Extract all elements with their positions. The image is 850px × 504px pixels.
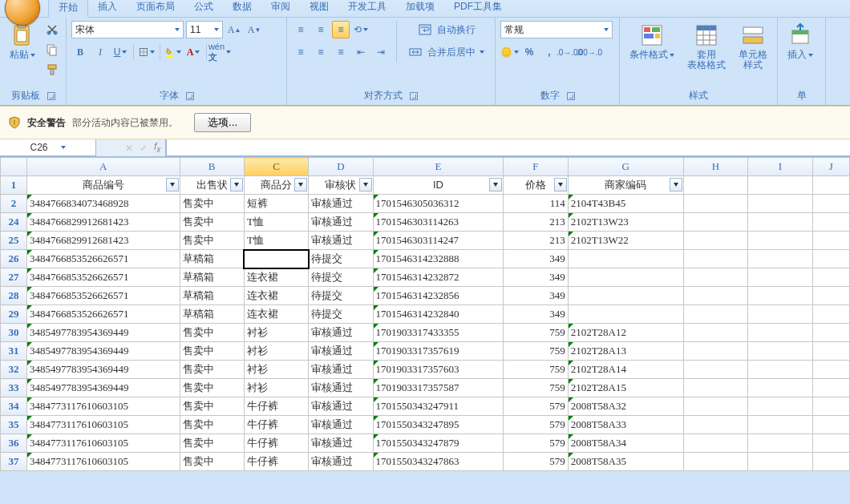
- orientation-button[interactable]: ⟲: [352, 21, 370, 38]
- cell-B34[interactable]: 售卖中: [180, 397, 244, 416]
- cell-E25[interactable]: 1701546303114247: [373, 232, 504, 250]
- wrap-text-button[interactable]: 自动换行: [403, 21, 490, 38]
- align-right-button[interactable]: ≡: [332, 43, 350, 61]
- cell-A26[interactable]: 3484766853526626571: [26, 250, 180, 268]
- filter-button-B[interactable]: [230, 178, 243, 192]
- paste-button[interactable]: 粘贴: [5, 21, 40, 62]
- cell-C25[interactable]: T恤: [244, 232, 308, 250]
- align-dialog-launcher[interactable]: [410, 92, 418, 100]
- cell-J2[interactable]: [812, 195, 849, 213]
- column-header-H[interactable]: H: [683, 158, 747, 176]
- column-header-A[interactable]: A: [26, 158, 180, 176]
- cell-E28[interactable]: 1701546314232856: [373, 287, 504, 305]
- cell-D37[interactable]: 审核通过: [309, 453, 373, 471]
- merge-center-button[interactable]: 合并后居中: [403, 43, 490, 61]
- cell-I24[interactable]: [748, 213, 812, 232]
- align-center-button[interactable]: ≡: [312, 43, 330, 61]
- cell-H27[interactable]: [683, 268, 747, 287]
- cell-C33[interactable]: 衬衫: [244, 379, 308, 397]
- cell-D27[interactable]: 待提交: [309, 268, 373, 287]
- cell-G30[interactable]: 2102T28A12: [568, 324, 683, 342]
- cell-D35[interactable]: 审核通过: [309, 416, 373, 434]
- cell-G37[interactable]: 2008T58A35: [568, 453, 683, 471]
- cell-D31[interactable]: 审核通过: [309, 342, 373, 361]
- cell-B28[interactable]: 草稿箱: [180, 287, 244, 305]
- ribbon-tab-7[interactable]: 开发工具: [338, 0, 396, 17]
- column-header-D[interactable]: D: [309, 158, 373, 176]
- cell-I30[interactable]: [748, 324, 812, 342]
- row-header[interactable]: 29: [1, 305, 27, 324]
- header-cell-I[interactable]: [748, 176, 812, 195]
- cell-J34[interactable]: [812, 397, 849, 416]
- cell-E35[interactable]: 1701550343247895: [373, 416, 504, 434]
- cell-B27[interactable]: 草稿箱: [180, 268, 244, 287]
- cell-E31[interactable]: 1701903317357619: [373, 342, 504, 361]
- filter-button-F[interactable]: [554, 178, 567, 192]
- cell-F28[interactable]: 349: [504, 287, 568, 305]
- cell-A35[interactable]: 3484773117610603105: [26, 416, 180, 434]
- cell-I26[interactable]: [748, 250, 812, 268]
- cell-H33[interactable]: [683, 379, 747, 397]
- cell-I28[interactable]: [748, 287, 812, 305]
- cell-J37[interactable]: [812, 453, 849, 471]
- column-header-B[interactable]: B: [180, 158, 244, 176]
- cell-B37[interactable]: 售卖中: [180, 453, 244, 471]
- cell-A37[interactable]: 3484773117610603105: [26, 453, 180, 471]
- format-painter-button[interactable]: [43, 61, 61, 79]
- row-header[interactable]: 26: [1, 250, 27, 268]
- cell-B24[interactable]: 售卖中: [180, 213, 244, 232]
- font-color-button[interactable]: A: [184, 43, 202, 61]
- cell-I35[interactable]: [748, 416, 812, 434]
- cell-J24[interactable]: [812, 213, 849, 232]
- cell-I31[interactable]: [748, 342, 812, 361]
- font-size-select[interactable]: 11: [186, 21, 223, 38]
- cell-I37[interactable]: [748, 453, 812, 471]
- cell-B36[interactable]: 售卖中: [180, 434, 244, 453]
- cell-J26[interactable]: [812, 250, 849, 268]
- cell-H37[interactable]: [683, 453, 747, 471]
- decrease-decimal-button[interactable]: .00→.0: [581, 43, 598, 61]
- header-cell-C[interactable]: 商品分: [244, 176, 308, 195]
- header-cell-G[interactable]: 商家编码: [568, 176, 683, 195]
- decrease-indent-button[interactable]: ⇤: [352, 43, 370, 61]
- underline-button[interactable]: U: [111, 43, 129, 61]
- column-header-G[interactable]: G: [568, 158, 683, 176]
- cell-A31[interactable]: 3485497783954369449: [26, 342, 180, 361]
- comma-format-button[interactable]: ,: [540, 43, 558, 61]
- bold-button[interactable]: B: [71, 43, 89, 61]
- cell-I32[interactable]: [748, 361, 812, 379]
- filter-button-E[interactable]: [489, 178, 502, 192]
- cell-A34[interactable]: 3484773117610603105: [26, 397, 180, 416]
- cell-G29[interactable]: [568, 305, 683, 324]
- cell-J36[interactable]: [812, 434, 849, 453]
- cell-A2[interactable]: 3484766834073468928: [26, 195, 180, 213]
- cell-J31[interactable]: [812, 342, 849, 361]
- cell-H31[interactable]: [683, 342, 747, 361]
- row-header[interactable]: 1: [1, 176, 27, 195]
- select-all-corner[interactable]: [1, 158, 27, 176]
- ribbon-tab-0[interactable]: 开始: [48, 0, 88, 18]
- increase-font-button[interactable]: A▲: [225, 21, 243, 38]
- column-header-F[interactable]: F: [504, 158, 568, 176]
- cell-F24[interactable]: 213: [504, 213, 568, 232]
- worksheet-grid[interactable]: ABCDEFGHIJ 1商品编号出售状商品分审核状ID价格商家编码2348476…: [0, 157, 850, 471]
- cell-I29[interactable]: [748, 305, 812, 324]
- cell-J28[interactable]: [812, 287, 849, 305]
- cell-G33[interactable]: 2102T28A15: [568, 379, 683, 397]
- phonetic-button[interactable]: wén文: [211, 43, 229, 61]
- cell-C27[interactable]: 连衣裙: [244, 268, 308, 287]
- cell-F32[interactable]: 759: [504, 361, 568, 379]
- cell-G26[interactable]: [568, 250, 683, 268]
- cell-H30[interactable]: [683, 324, 747, 342]
- cell-H35[interactable]: [683, 416, 747, 434]
- cell-A29[interactable]: 3484766853526626571: [26, 305, 180, 324]
- cell-F35[interactable]: 579: [504, 416, 568, 434]
- cell-G31[interactable]: 2102T28A13: [568, 342, 683, 361]
- header-cell-E[interactable]: ID: [373, 176, 504, 195]
- cell-C34[interactable]: 牛仔裤: [244, 397, 308, 416]
- cell-C35[interactable]: 牛仔裤: [244, 416, 308, 434]
- formula-input[interactable]: [166, 139, 850, 156]
- cell-A36[interactable]: 3484773117610603105: [26, 434, 180, 453]
- copy-button[interactable]: [43, 41, 61, 58]
- ribbon-tab-2[interactable]: 页面布局: [127, 0, 184, 17]
